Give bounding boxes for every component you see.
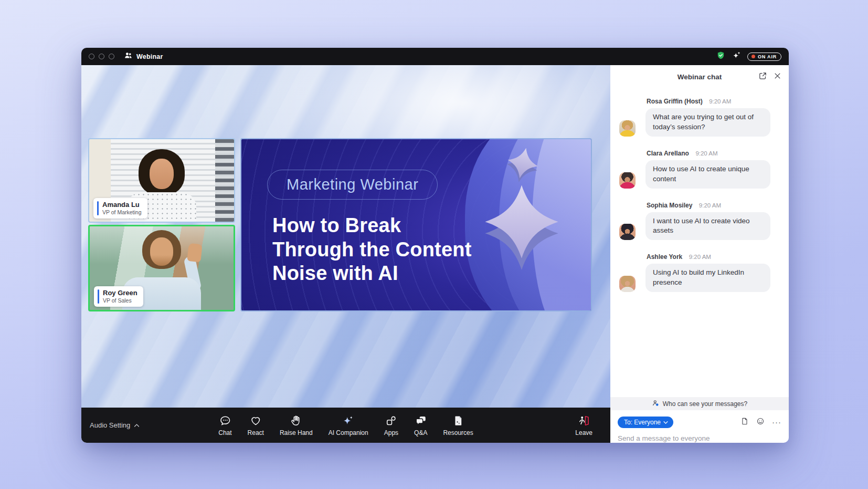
toolbar-button-label: Resources (443, 429, 473, 436)
sender-name: Sophia Mosiley (647, 202, 692, 209)
chat-message: Clara Arellano 9:20 AM How to use AI to … (619, 148, 780, 189)
security-shield-icon[interactable] (716, 51, 725, 62)
message-bubble: What are you trying to get out of today’… (645, 108, 770, 137)
slide-star-shape (478, 180, 566, 280)
leave-door-icon (578, 414, 590, 427)
video-stage: Amanda Lu VP of Marketing Roy Green VP o… (81, 65, 610, 443)
chat-header: Webinar chat (610, 65, 789, 89)
chat-panel: Webinar chat (610, 65, 789, 443)
chat-button[interactable]: Chat (218, 414, 231, 436)
on-air-badge: ON AIR (747, 53, 781, 61)
on-air-dot (751, 55, 755, 58)
video-tile-amanda[interactable]: Amanda Lu VP of Marketing (88, 138, 235, 223)
slide-eyebrow: Marketing Webinar (267, 170, 438, 200)
chevron-up-icon (134, 421, 140, 429)
ai-companion-icon (342, 414, 355, 427)
toolbar-button-label: Apps (384, 429, 398, 436)
leave-button[interactable]: Leave (575, 414, 592, 436)
participant-role: VP of Sales (103, 297, 137, 304)
chat-message: Ashlee York 9:20 AM Using AI to build my… (619, 252, 780, 292)
presentation-slide: Marketing Webinar How to Break Through t… (240, 138, 592, 311)
message-input[interactable] (618, 434, 781, 442)
recipient-label: To: Everyone (624, 419, 661, 426)
chat-message-list[interactable]: Rosa Griffin (Host) 9:20 AM What are you… (610, 89, 789, 397)
close-icon[interactable] (774, 72, 781, 82)
message-time: 9:20 AM (695, 150, 717, 157)
message-bubble: Using AI to build my LinkedIn presence (645, 264, 770, 292)
window-title: Webinar (136, 53, 163, 60)
heart-icon (249, 414, 262, 427)
apps-icon (385, 414, 397, 427)
audio-setting-button[interactable]: Audio Setting (90, 421, 140, 429)
message-time: 9:20 AM (689, 254, 711, 260)
privacy-note-text: Who can see your messages? (663, 400, 747, 408)
sender-name: Clara Arellano (647, 150, 689, 157)
window-minimize-button[interactable] (99, 54, 104, 59)
toolbar-button-label: React (248, 429, 264, 436)
window-controls (89, 54, 114, 59)
toolbar-button-label: Raise Hand (280, 429, 313, 436)
qa-button[interactable]: Q&A (414, 414, 427, 436)
participant-name-label: Roy Green VP of Sales (94, 286, 143, 307)
chat-message: Rosa Griffin (Host) 9:20 AM What are you… (619, 96, 780, 137)
message-bubble: I want to use AI to create video assets (645, 212, 770, 241)
toolbar-button-label: Leave (575, 429, 592, 436)
slide-title-line: Noise with AI (272, 262, 472, 286)
attach-file-icon[interactable] (740, 417, 749, 428)
qa-bubbles-icon (415, 414, 427, 427)
emoji-icon[interactable] (756, 417, 765, 428)
participant-name-label: Amanda Lu VP of Marketing (93, 198, 147, 219)
raise-hand-button[interactable]: Raise Hand (280, 414, 313, 436)
avatar (619, 120, 636, 137)
person-privacy-icon (652, 399, 660, 409)
chat-footer: Who can see your messages? To: Everyone (610, 397, 789, 443)
more-options-icon[interactable]: ··· (772, 420, 781, 425)
sender-name: Ashlee York (647, 253, 682, 261)
active-audio-bar (97, 201, 99, 215)
message-bubble: How to use AI to create unique content (645, 160, 770, 189)
chat-message: Sophia Mosiley 9:20 AM I want to use AI … (619, 200, 780, 241)
toolbar-button-label: AI Companion (329, 429, 368, 436)
resources-button[interactable]: Resources (443, 414, 473, 436)
sender-name: Rosa Griffin (Host) (647, 98, 703, 105)
participants-icon (124, 51, 133, 62)
slide-title-line: How to Break (272, 214, 472, 238)
window-titlebar: Webinar ON AIR (81, 48, 789, 65)
toolbar-buttons: Chat React (218, 414, 473, 436)
apps-button[interactable]: Apps (384, 414, 398, 436)
window-close-button[interactable] (89, 54, 94, 59)
webinar-window: Webinar ON AIR (81, 48, 789, 443)
toolbar-button-label: Q&A (414, 429, 427, 436)
privacy-note[interactable]: Who can see your messages? (610, 397, 789, 410)
slide-title: How to Break Through the Content Noise w… (272, 214, 472, 286)
window-title-group: Webinar (124, 51, 163, 62)
meeting-toolbar: Audio Setting Chat (81, 408, 610, 443)
avatar (619, 224, 636, 240)
toolbar-button-label: Chat (218, 429, 231, 436)
titlebar-status-icons: ON AIR (716, 51, 781, 63)
avatar (619, 172, 636, 189)
message-time: 9:20 AM (709, 98, 731, 105)
ai-companion-button[interactable]: AI Companion (329, 414, 368, 436)
participant-role: VP of Marketing (102, 209, 142, 216)
compose-area: To: Everyone (610, 410, 789, 443)
message-time: 9:20 AM (699, 202, 721, 209)
tile-background (215, 139, 234, 222)
raised-hand-icon (290, 414, 302, 427)
video-tile-roy[interactable]: Roy Green VP of Sales (88, 225, 235, 311)
popout-icon[interactable] (758, 71, 767, 82)
ai-sparkle-icon[interactable] (732, 51, 741, 63)
active-audio-bar (98, 289, 99, 304)
chevron-down-icon (663, 419, 668, 426)
slide-title-line: Through the Content (272, 238, 472, 262)
window-zoom-button[interactable] (109, 54, 114, 59)
participant-name: Amanda Lu (102, 201, 142, 209)
recipient-selector[interactable]: To: Everyone (618, 417, 673, 428)
participant-figure (150, 159, 174, 189)
on-air-label: ON AIR (758, 54, 777, 59)
participant-name: Roy Green (103, 289, 137, 297)
react-button[interactable]: React (248, 414, 264, 436)
chat-bubble-icon (219, 414, 231, 427)
avatar (619, 276, 636, 292)
audio-setting-label: Audio Setting (90, 421, 130, 429)
